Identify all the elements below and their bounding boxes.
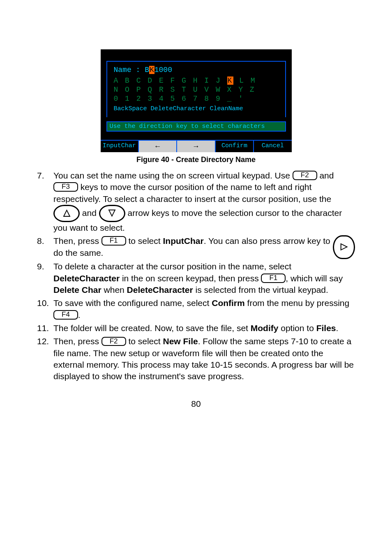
f2-key-icon: F2 bbox=[293, 171, 317, 180]
keypad-row-2[interactable]: N O P Q R S T U V W X Y Z bbox=[114, 86, 279, 94]
keypad-function-row[interactable]: BackSpace DeleteCharacter CleanName bbox=[114, 105, 279, 112]
step-number: 10. bbox=[37, 297, 53, 321]
step-9-body: To delete a character at the cursor posi… bbox=[53, 261, 355, 296]
figure-caption: Figure 40 - Create Directory Name bbox=[136, 155, 256, 164]
step-number: 12. bbox=[37, 336, 53, 382]
hint-text: Use the direction key to select characte… bbox=[106, 121, 286, 132]
softkey-cancel[interactable]: Cancel bbox=[254, 141, 291, 152]
step-12-body: Then, press F2 to select New File. Follo… bbox=[53, 336, 355, 382]
keypad-row-3[interactable]: 0 1 2 3 4 5 6 7 8 9 _ ' bbox=[114, 95, 279, 103]
down-arrow-icon: ▽ bbox=[99, 205, 125, 222]
f1-key-icon: F1 bbox=[261, 274, 286, 283]
step-number: 7. bbox=[37, 170, 53, 234]
softkey-right[interactable]: → bbox=[177, 141, 215, 152]
step-number: 11. bbox=[37, 322, 53, 334]
f3-key-icon: F3 bbox=[53, 182, 78, 192]
name-value-post: 1000 bbox=[154, 66, 172, 74]
keypad-selected-char[interactable]: K bbox=[227, 76, 234, 85]
softkey-inputchar[interactable]: InputChar bbox=[101, 141, 139, 152]
name-value-pre: B bbox=[145, 66, 149, 74]
step-8-body: ▷ Then, press F1 to select InputChar. Yo… bbox=[53, 235, 355, 259]
up-arrow-icon: △ bbox=[53, 205, 80, 222]
step-number: 8. bbox=[37, 235, 53, 259]
name-label: Name : bbox=[114, 66, 141, 74]
name-cursor-char: K bbox=[149, 66, 154, 74]
create-directory-dialog: Name : BK1000 A B C D E F G H I J K L M … bbox=[101, 49, 292, 152]
softkey-left[interactable]: ← bbox=[139, 141, 177, 152]
right-arrow-icon: ▷ bbox=[333, 235, 355, 259]
step-11-body: The folder will be created. Now, to save… bbox=[53, 322, 355, 334]
step-number: 9. bbox=[37, 261, 53, 296]
name-field: Name : BK1000 bbox=[114, 66, 279, 74]
step-10-body: To save with the configured name, select… bbox=[53, 297, 355, 321]
softkey-confirm[interactable]: Confirm bbox=[216, 141, 254, 152]
f2-key-icon: F2 bbox=[101, 337, 126, 346]
step-7-body: You can set the name using the on screen… bbox=[53, 170, 355, 234]
f4-key-icon: F4 bbox=[53, 310, 78, 320]
f1-key-icon: F1 bbox=[101, 236, 126, 246]
softkey-row: InputChar ← → Confirm Cancel bbox=[101, 140, 292, 152]
page-number: 80 bbox=[37, 399, 355, 409]
keypad-row-1[interactable]: A B C D E F G H I J K L M bbox=[114, 76, 279, 85]
